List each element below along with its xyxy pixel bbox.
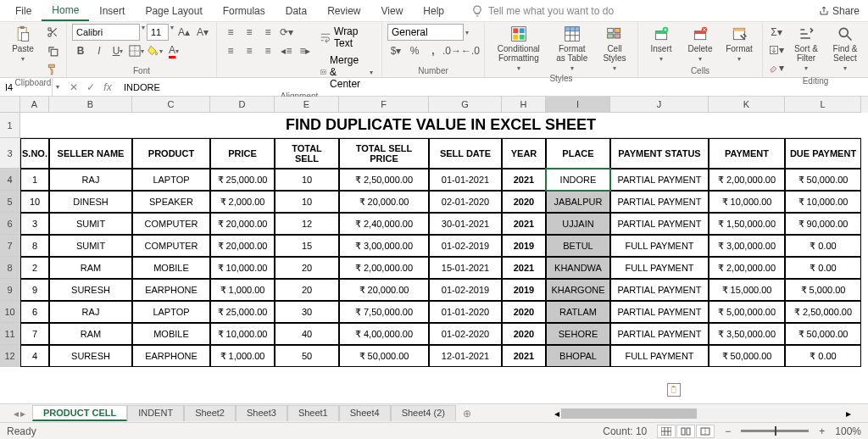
row-header-5[interactable]: 5 <box>0 191 20 213</box>
data-cell[interactable]: ₹ 2,00,000.00 <box>339 257 429 279</box>
share-button[interactable]: Share <box>819 5 860 17</box>
data-cell[interactable]: ₹ 25,000.00 <box>210 301 275 323</box>
align-middle-button[interactable]: ≡ <box>241 24 258 41</box>
header-cell[interactable]: YEAR <box>502 138 546 169</box>
data-cell[interactable]: 6 <box>20 301 49 323</box>
sheet-tab[interactable]: INDENT <box>127 405 184 421</box>
italic-button[interactable]: I <box>91 42 108 59</box>
orientation-button[interactable]: ⟳▾ <box>278 24 295 41</box>
data-cell[interactable]: ₹ 50,000.00 <box>785 323 861 345</box>
header-cell[interactable]: TOTAL SELL <box>275 138 339 169</box>
percent-button[interactable]: % <box>406 42 423 59</box>
data-cell[interactable]: FULL PAYMENT <box>610 235 709 257</box>
data-cell[interactable]: 12-01-2021 <box>429 345 502 367</box>
paste-options-tag[interactable] <box>667 383 681 397</box>
data-cell[interactable]: COMPUTER <box>132 213 210 235</box>
data-cell[interactable]: LAPTOP <box>132 301 210 323</box>
name-box[interactable]: I4 <box>0 78 53 96</box>
sheet-nav-next[interactable]: ▸ <box>20 408 25 420</box>
data-cell[interactable]: SPEAKER <box>132 191 210 213</box>
data-cell[interactable]: FULL PAYMENT <box>610 257 709 279</box>
sheet-nav-prev[interactable]: ◂ <box>14 408 19 420</box>
data-cell[interactable]: ₹ 20,000.00 <box>210 213 275 235</box>
data-cell[interactable]: ₹ 20,000.00 <box>339 279 429 301</box>
dec-decimal-button[interactable]: ←.0 <box>462 42 479 59</box>
data-cell[interactable]: INDORE <box>546 169 610 191</box>
data-cell[interactable]: ₹ 0.00 <box>785 257 861 279</box>
horizontal-scrollbar[interactable]: ◂ ▸ <box>554 408 851 420</box>
title-cell[interactable]: FIND DUPLICATE VALUE IN EXCEL SHEET <box>20 113 861 138</box>
data-cell[interactable]: ₹ 10,000.00 <box>785 191 861 213</box>
data-cell[interactable]: 10 <box>275 191 339 213</box>
col-header-J[interactable]: J <box>610 97 709 113</box>
data-cell[interactable]: RAM <box>49 323 132 345</box>
data-cell[interactable]: BHOPAL <box>546 345 610 367</box>
data-cell[interactable]: PARTIAL PAYMENT <box>610 169 709 191</box>
col-header-B[interactable]: B <box>49 97 132 113</box>
row-header-9[interactable]: 9 <box>0 279 20 301</box>
data-cell[interactable]: ₹ 1,000.00 <box>210 279 275 301</box>
border-button[interactable]: ▾ <box>128 42 145 59</box>
font-name-input[interactable] <box>72 24 140 41</box>
copy-button[interactable] <box>44 42 61 59</box>
insert-cells-button[interactable]: Insert▾ <box>643 24 679 64</box>
data-cell[interactable]: UJJAIN <box>546 213 610 235</box>
data-cell[interactable]: ₹ 5,000.00 <box>785 279 861 301</box>
data-cell[interactable]: 2020 <box>502 301 546 323</box>
sheet-tab[interactable]: Sheet3 <box>236 405 287 421</box>
col-header-D[interactable]: D <box>210 97 275 113</box>
align-center-button[interactable]: ≡ <box>241 42 258 59</box>
data-cell[interactable]: 30-01-2021 <box>429 213 502 235</box>
data-cell[interactable]: 2019 <box>502 235 546 257</box>
data-cell[interactable]: 01-01-2020 <box>429 301 502 323</box>
data-cell[interactable]: EARPHONE <box>132 345 210 367</box>
format-table-button[interactable]: Format as Table▾ <box>551 24 593 74</box>
col-header-A[interactable]: A <box>20 97 49 113</box>
header-cell[interactable]: PLACE <box>546 138 610 169</box>
data-cell[interactable]: RATLAM <box>546 301 610 323</box>
data-cell[interactable]: DINESH <box>49 191 132 213</box>
row-header-1[interactable]: 1 <box>0 113 20 138</box>
view-page-layout-button[interactable] <box>676 425 695 438</box>
data-cell[interactable]: 2 <box>20 257 49 279</box>
data-cell[interactable]: RAJ <box>49 301 132 323</box>
data-cell[interactable]: ₹ 3,00,000.00 <box>709 235 785 257</box>
header-cell[interactable]: PRODUCT <box>132 138 210 169</box>
indent-inc-button[interactable]: ≡▸ <box>297 42 314 59</box>
data-cell[interactable]: 01-02-2020 <box>429 323 502 345</box>
select-all-corner[interactable] <box>0 97 20 113</box>
inc-decimal-button[interactable]: .0→ <box>443 42 460 59</box>
col-header-E[interactable]: E <box>275 97 339 113</box>
data-cell[interactable]: ₹ 50,000.00 <box>709 345 785 367</box>
data-cell[interactable]: ₹ 3,50,000.00 <box>709 323 785 345</box>
comma-button[interactable]: , <box>425 42 442 59</box>
col-header-H[interactable]: H <box>502 97 546 113</box>
decrease-font-button[interactable]: A▾ <box>194 24 211 41</box>
data-cell[interactable]: 8 <box>20 235 49 257</box>
data-cell[interactable]: 7 <box>20 323 49 345</box>
data-cell[interactable]: ₹ 1,50,000.00 <box>709 213 785 235</box>
data-cell[interactable]: ₹ 10,000.00 <box>709 191 785 213</box>
data-cell[interactable]: 15-01-2021 <box>429 257 502 279</box>
col-header-C[interactable]: C <box>132 97 210 113</box>
data-cell[interactable]: KHARGONE <box>546 279 610 301</box>
data-cell[interactable]: ₹ 0.00 <box>785 345 861 367</box>
data-cell[interactable]: FULL PAYMENT <box>610 345 709 367</box>
zoom-out-button[interactable]: − <box>725 425 731 437</box>
data-cell[interactable]: 12 <box>275 213 339 235</box>
align-right-button[interactable]: ≡ <box>259 42 276 59</box>
col-header-L[interactable]: L <box>785 97 861 113</box>
add-sheet-button[interactable]: ⊕ <box>456 406 478 421</box>
data-cell[interactable]: SEHORE <box>546 323 610 345</box>
header-cell[interactable]: PAYMENT STATUS <box>610 138 709 169</box>
paste-button[interactable]: Paste ▾ <box>5 24 41 64</box>
zoom-in-button[interactable]: + <box>819 425 825 437</box>
fill-color-button[interactable]: ▾ <box>147 42 164 59</box>
data-cell[interactable]: ₹ 50,000.00 <box>339 345 429 367</box>
align-bottom-button[interactable]: ≡ <box>259 24 276 41</box>
clear-button[interactable]: ▾ <box>768 59 785 76</box>
data-cell[interactable]: ₹ 2,00,000.00 <box>709 257 785 279</box>
data-cell[interactable]: BETUL <box>546 235 610 257</box>
data-cell[interactable]: 20 <box>275 279 339 301</box>
data-cell[interactable]: ₹ 1,000.00 <box>210 345 275 367</box>
